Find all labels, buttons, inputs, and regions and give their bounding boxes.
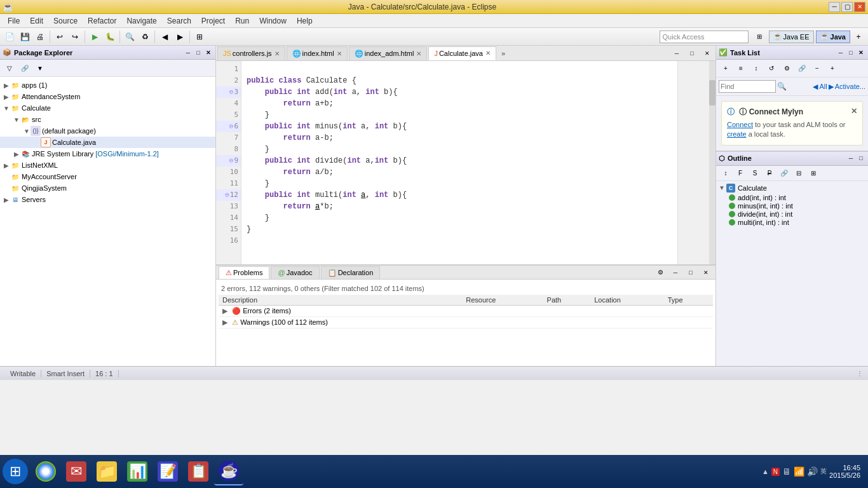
- outline-link[interactable]: 🔗: [777, 166, 791, 180]
- all-label[interactable]: All: [819, 83, 827, 90]
- new-button[interactable]: 📄: [3, 30, 17, 44]
- tl-filter[interactable]: ≡: [734, 62, 748, 76]
- menu-window[interactable]: Window: [254, 15, 292, 27]
- maximize-button[interactable]: ▢: [841, 2, 853, 12]
- start-button[interactable]: ⊞: [3, 459, 28, 484]
- close-button[interactable]: ✕: [854, 2, 865, 12]
- find-input[interactable]: [719, 80, 776, 93]
- tab-overflow[interactable]: »: [498, 48, 509, 58]
- outline-hide-nonpublic[interactable]: P: [763, 166, 776, 180]
- outline-hide-static[interactable]: S: [748, 166, 762, 180]
- outline-maximize[interactable]: □: [857, 154, 865, 163]
- menu-edit[interactable]: Edit: [25, 15, 48, 27]
- tab-declaration[interactable]: 📋 Declaration: [321, 266, 381, 279]
- expand-jre[interactable]: ▶: [13, 150, 20, 158]
- editor-scrollbar[interactable]: [677, 61, 715, 264]
- mylyn-close[interactable]: ✕: [851, 107, 857, 116]
- tab-problems[interactable]: ⚠ Problems: [219, 266, 269, 279]
- outline-minimize[interactable]: ─: [846, 154, 855, 163]
- taskbar-mail[interactable]: ✉: [62, 458, 91, 485]
- pe-minimize[interactable]: ─: [184, 48, 193, 57]
- editor-content[interactable]: 1 2 ⊖3 4 5 ⊖6 7 8 ⊖9 10 11: [216, 61, 715, 264]
- pe-close[interactable]: ✕: [204, 48, 213, 57]
- bottom-minimize[interactable]: ─: [668, 266, 682, 280]
- tab-calculate-java[interactable]: J Calculate.java ✕: [428, 46, 496, 60]
- debug-button[interactable]: 🐛: [103, 30, 117, 44]
- tray-icon-1[interactable]: N: [771, 468, 780, 476]
- outline-expand-all[interactable]: ⊞: [806, 166, 820, 180]
- tray-volume[interactable]: 🔊: [807, 466, 818, 477]
- tab-index-adm-html[interactable]: 🌐 index_adm.html ✕: [349, 46, 428, 60]
- activate-label[interactable]: Activate...: [835, 83, 865, 90]
- tab-controllers-js-close[interactable]: ✕: [275, 50, 280, 57]
- outline-sort[interactable]: ↕: [719, 166, 733, 180]
- taskbar-docs[interactable]: 📝: [153, 458, 182, 485]
- taskbar-chrome[interactable]: [31, 458, 60, 485]
- menu-refactor[interactable]: Refactor: [83, 15, 121, 27]
- tree-item-calculate[interactable]: ▼ 📁 Calculate: [0, 102, 215, 114]
- pe-maximize[interactable]: □: [194, 48, 203, 57]
- tree-item-qingjiasystem[interactable]: ▶ 📁 QingjiaSystem: [0, 182, 215, 194]
- editor-minimize[interactable]: ─: [670, 46, 684, 60]
- tab-controllers-js[interactable]: JS controllers.js ✕: [217, 46, 285, 60]
- tab-calculate-java-close[interactable]: ✕: [485, 50, 491, 57]
- code-area[interactable]: public class Calculate { public int add(…: [241, 61, 677, 264]
- pe-link[interactable]: 🔗: [18, 61, 32, 75]
- perspective-settings[interactable]: ⊞: [752, 30, 766, 44]
- expand-listnetxml[interactable]: ▶: [3, 161, 10, 169]
- menu-run[interactable]: Run: [230, 15, 254, 27]
- tree-item-jre[interactable]: ▶ 📚 JRE System Library [OSGi/Minimum-1.2…: [0, 148, 215, 159]
- taskbar-explorer[interactable]: 📁: [92, 458, 121, 485]
- tray-icon-2[interactable]: 🖥: [782, 466, 791, 477]
- create-link[interactable]: create: [727, 130, 747, 138]
- outline-method-minus[interactable]: minus(int, int) : int: [719, 202, 865, 210]
- outline-hide-fields[interactable]: F: [733, 166, 747, 180]
- outline-class-calculate[interactable]: ▼ C Calculate: [719, 184, 865, 193]
- editor-maximize[interactable]: □: [685, 46, 699, 60]
- menu-search[interactable]: Search: [162, 15, 196, 27]
- quick-access-input[interactable]: Quick Access: [660, 30, 749, 43]
- status-expand[interactable]: ⋮: [857, 370, 863, 377]
- perspective-button[interactable]: ⊞: [193, 30, 207, 44]
- menu-navigate[interactable]: Navigate: [121, 15, 161, 27]
- back-button[interactable]: ◀: [158, 30, 172, 44]
- expand-apps[interactable]: ▶: [3, 81, 10, 89]
- outline-method-multi[interactable]: multi(int, int) : int: [719, 219, 865, 226]
- tab-index-html-close[interactable]: ✕: [337, 50, 342, 57]
- tl-link[interactable]: 🔗: [795, 62, 809, 76]
- tree-item-servers[interactable]: ▶ 🖥 Servers: [0, 194, 215, 205]
- tl-sort[interactable]: ↕: [749, 62, 763, 76]
- tl-refresh[interactable]: ↺: [764, 62, 778, 76]
- bottom-maximize[interactable]: □: [684, 266, 698, 280]
- minimap-thumb[interactable]: [709, 80, 715, 105]
- tab-index-adm-html-close[interactable]: ✕: [416, 50, 421, 57]
- tree-item-apps[interactable]: ▶ 📁 apps (1): [0, 79, 215, 91]
- tl-close[interactable]: ✕: [857, 48, 865, 57]
- outline-collapse-all[interactable]: ⊟: [792, 166, 806, 180]
- tray-input[interactable]: 英: [820, 467, 827, 476]
- bottom-filter[interactable]: ⚙: [653, 266, 667, 280]
- java-ee-perspective[interactable]: ☕ Java EE: [769, 30, 814, 43]
- expand-calculate[interactable]: ▼: [3, 104, 10, 112]
- find-next[interactable]: ▶: [829, 83, 834, 91]
- pe-menu[interactable]: ▼: [33, 61, 47, 75]
- taskbar-slides[interactable]: 📋: [184, 458, 213, 485]
- tab-javadoc[interactable]: @ Javadoc: [271, 266, 319, 279]
- editor-close[interactable]: ✕: [700, 46, 714, 60]
- tree-item-myaccountserver[interactable]: ▶ 📁 MyAccountServer: [0, 171, 215, 182]
- print-button[interactable]: 🖨: [33, 30, 47, 44]
- save-button[interactable]: 💾: [18, 30, 32, 44]
- table-row-errors[interactable]: ▶ 🔴 Errors (2 items): [219, 306, 713, 317]
- expand-servers[interactable]: ▶: [3, 196, 10, 203]
- menu-project[interactable]: Project: [196, 15, 230, 27]
- run-button[interactable]: ▶: [88, 30, 102, 44]
- forward-button[interactable]: ▶: [173, 30, 187, 44]
- tl-expand[interactable]: +: [825, 62, 839, 76]
- tl-maximize[interactable]: □: [846, 48, 855, 57]
- bottom-close[interactable]: ✕: [699, 266, 713, 280]
- tl-new[interactable]: +: [719, 62, 733, 76]
- expand-src[interactable]: ▼: [13, 116, 20, 123]
- redo-button[interactable]: ↪: [68, 30, 82, 44]
- tl-settings[interactable]: ⚙: [780, 62, 794, 76]
- search-button[interactable]: 🔍: [123, 30, 137, 44]
